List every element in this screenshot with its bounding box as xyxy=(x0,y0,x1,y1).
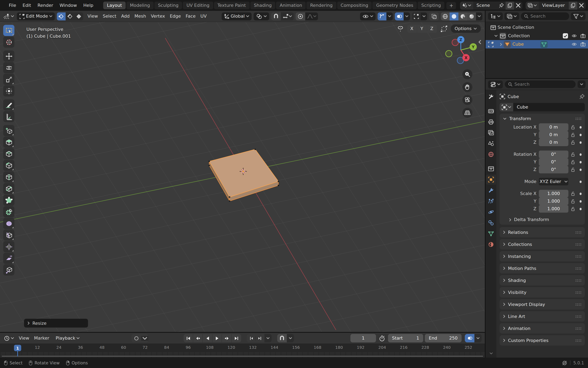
proportional-falloff-dropdown[interactable] xyxy=(305,12,318,20)
workspace-tab[interactable]: Compositing xyxy=(337,2,372,9)
zoom-button[interactable] xyxy=(462,69,472,79)
play-button[interactable] xyxy=(212,334,222,342)
gizmo-neg-y[interactable] xyxy=(446,50,452,57)
next-keyframe-button[interactable] xyxy=(222,334,232,342)
mirror-axis-button[interactable]: Y xyxy=(417,25,427,33)
animate-dot[interactable] xyxy=(580,134,582,136)
object-name-field[interactable]: Cube xyxy=(513,103,585,111)
viewport-menu-item[interactable]: Face xyxy=(183,14,198,19)
workspace-tab[interactable]: Rendering xyxy=(307,2,336,9)
viewport-menu-item[interactable]: UV xyxy=(198,14,209,19)
outliner-display-mode-dropdown[interactable] xyxy=(488,12,503,20)
mirror-axis-button[interactable]: X xyxy=(407,25,417,33)
location-value-field[interactable]: 0 m xyxy=(539,123,568,131)
camera-view-button[interactable] xyxy=(462,95,472,105)
collapse-sidebar-icon[interactable] xyxy=(478,40,481,45)
next-frame-button[interactable] xyxy=(256,336,264,340)
collapsed-panel[interactable]: Shading xyxy=(500,275,585,285)
location-value-field[interactable]: 0 m xyxy=(539,138,568,146)
tab-render[interactable] xyxy=(486,106,496,116)
viewport-menu-item[interactable]: Edge xyxy=(167,14,183,19)
scale-value-field[interactable]: 1.000 xyxy=(539,197,568,205)
frame-end-field[interactable]: End 250 xyxy=(425,334,462,342)
timeline-editor-type-button[interactable] xyxy=(3,334,15,342)
shading-rendered-button[interactable] xyxy=(467,12,476,20)
timeline-snap-dropdown[interactable] xyxy=(287,334,294,342)
panel-grip[interactable] xyxy=(575,327,581,330)
timeline-scrollbar-thumb[interactable] xyxy=(2,356,483,357)
workspace-tab[interactable]: Animation xyxy=(276,2,306,9)
outliner-row-scene-collection[interactable]: Scene Collection xyxy=(486,23,588,32)
tab-object-data[interactable] xyxy=(486,229,496,239)
collapsed-panel[interactable]: Animation xyxy=(500,323,585,334)
outliner-viewlayer-dropdown[interactable] xyxy=(504,12,519,20)
collapsed-panel[interactable]: Visibility xyxy=(500,287,585,297)
edge-select-button[interactable] xyxy=(66,12,74,20)
lock-icon[interactable] xyxy=(571,152,575,157)
object-type-visibility-dropdown[interactable] xyxy=(360,12,376,20)
collapsed-panel[interactable]: Collections xyxy=(500,239,585,249)
tool-shrink-fatten[interactable] xyxy=(3,241,14,252)
panel-grip[interactable] xyxy=(575,243,581,246)
current-frame-field[interactable]: 1 xyxy=(351,334,376,342)
tab-tool[interactable] xyxy=(486,92,496,102)
viewport-menu-item[interactable]: Mesh xyxy=(132,14,149,19)
tool-spin[interactable] xyxy=(3,206,14,217)
play-reverse-button[interactable] xyxy=(203,334,212,342)
disable-in-renders-icon[interactable] xyxy=(580,42,586,47)
workspace-tab[interactable]: Sculpting xyxy=(154,2,182,9)
collapsed-panel[interactable]: Viewport Display xyxy=(500,299,585,310)
edit-overlay-settings-dropdown[interactable] xyxy=(421,12,427,20)
outliner-row-cube[interactable]: Cube xyxy=(486,40,588,48)
tab-particles[interactable] xyxy=(486,196,496,206)
timeline-snap-toggle[interactable] xyxy=(277,334,287,342)
mirror-icon[interactable] xyxy=(396,25,404,32)
transform-panel-header[interactable]: Transform xyxy=(500,114,585,123)
rotation-mode-dropdown[interactable]: XYZ Euler xyxy=(539,178,568,185)
topbar-menu-item[interactable]: Render xyxy=(34,2,56,9)
tool-move[interactable] xyxy=(3,50,14,62)
navigation-gizmo[interactable]: Z Y X xyxy=(442,31,482,71)
panel-grip[interactable] xyxy=(575,339,581,342)
frame-step-dropdown[interactable] xyxy=(264,334,272,342)
panel-grip[interactable] xyxy=(575,255,581,258)
collapsed-panel[interactable]: Motion Paths xyxy=(500,263,585,274)
preview-range-toggle[interactable] xyxy=(132,336,141,340)
tool-add-cube[interactable] xyxy=(3,125,14,136)
viewport-menu-item[interactable]: Select xyxy=(100,14,119,19)
expand-object-icon[interactable] xyxy=(500,43,502,46)
lock-icon[interactable] xyxy=(571,159,575,165)
outliner-filter-dropdown[interactable] xyxy=(571,12,586,20)
properties-options-dropdown[interactable] xyxy=(578,81,586,88)
outliner-search[interactable] xyxy=(521,12,569,20)
pivot-point-dropdown[interactable] xyxy=(253,12,269,20)
lock-icon[interactable] xyxy=(571,198,575,204)
tab-collection[interactable] xyxy=(486,164,496,174)
workspace-tab[interactable]: Shading xyxy=(250,2,275,9)
topbar-menu-item[interactable]: Window xyxy=(56,2,80,9)
hide-in-viewport-icon[interactable] xyxy=(572,42,577,47)
location-value-field[interactable]: 0 m xyxy=(539,131,568,138)
editor-type-button[interactable] xyxy=(2,12,15,20)
timeline-ruler[interactable]: 1 12243648607284961081201321441561681801… xyxy=(0,344,485,352)
mode-dropdown[interactable]: Edit Mode xyxy=(17,12,55,20)
timeline-menu-item[interactable]: Marker xyxy=(32,336,52,341)
properties-search-input[interactable] xyxy=(514,82,572,87)
transform-orientation-dropdown[interactable]: Global xyxy=(221,12,251,20)
properties-search[interactable] xyxy=(505,81,576,88)
shading-material-button[interactable] xyxy=(458,12,467,20)
workspace-tab[interactable]: Layout xyxy=(103,2,126,9)
toggle-perspective-button[interactable] xyxy=(462,108,472,118)
panel-grip[interactable] xyxy=(575,267,581,270)
tool-rip-region[interactable] xyxy=(3,264,14,276)
viewport-menu-item[interactable]: View xyxy=(85,14,100,19)
viewport-canvas[interactable]: User Perspective (1) Cube | Cube.001 xyxy=(0,22,485,332)
prev-frame-button[interactable] xyxy=(247,336,256,340)
tab-scene[interactable] xyxy=(486,138,496,148)
tool-smooth[interactable] xyxy=(3,218,14,229)
collapsed-panel[interactable]: Relations xyxy=(500,227,585,238)
mirror-axis-button[interactable]: Z xyxy=(427,25,437,33)
shading-settings-dropdown[interactable] xyxy=(476,12,483,20)
expand-collection-icon[interactable] xyxy=(494,35,498,37)
tab-output[interactable] xyxy=(486,117,496,127)
